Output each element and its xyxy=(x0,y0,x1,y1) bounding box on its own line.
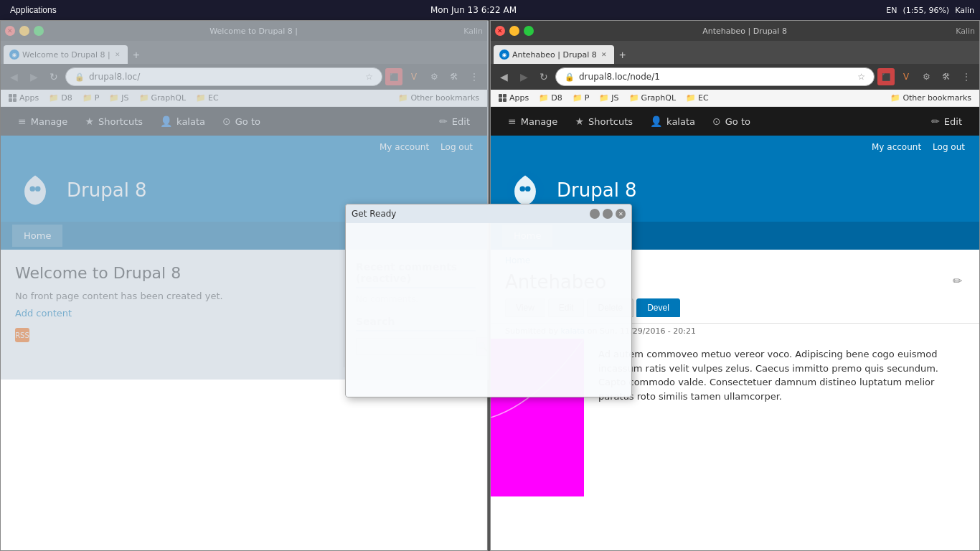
minimize-button-right[interactable] xyxy=(509,26,519,36)
keyboard-indicator: EN xyxy=(886,6,897,15)
window-title-right: Antehabeo | Drupal 8 xyxy=(538,27,951,36)
title-bar-right: ✕ Antehabeo | Drupal 8 Kalin xyxy=(491,21,979,41)
folder-icon-ec-right: 📁 xyxy=(686,93,696,103)
bookmark-ec-label-right: EC xyxy=(698,93,709,103)
new-tab-button-right[interactable]: + xyxy=(614,47,631,64)
modal-titlebar: Get Ready ✕ xyxy=(346,204,631,223)
edit-pencil-right[interactable]: ✏ xyxy=(950,271,965,291)
admin-manage-right[interactable]: ≡ Manage xyxy=(499,107,566,136)
bookmark-apps-label-right: Apps xyxy=(509,93,529,103)
back-button-right[interactable]: ◀ xyxy=(495,68,512,85)
modal-controls: ✕ xyxy=(590,209,626,219)
shortcuts-icon-right: ★ xyxy=(575,116,584,127)
folder-icon-graphql-right: 📁 xyxy=(629,93,639,103)
drupal-admin-bar-right: ≡ Manage ★ Shortcuts 👤 kalata ⊙ Go to ✏ … xyxy=(491,107,979,136)
datetime-label: Mon Jun 13 6:22 AM xyxy=(430,5,517,15)
taskbar: Applications Mon Jun 13 6:22 AM EN (1:55… xyxy=(0,0,980,20)
bookmark-other-label-right: Other bookmarks xyxy=(903,93,971,103)
folder-icon-p-right: 📁 xyxy=(573,93,583,103)
bookmark-apps-grid-right[interactable]: Apps xyxy=(495,92,532,104)
chart-sq-4 xyxy=(491,458,584,496)
forward-button-right[interactable]: ▶ xyxy=(515,68,532,85)
close-button-right[interactable]: ✕ xyxy=(495,26,505,36)
modal-close-button[interactable]: ✕ xyxy=(616,209,626,219)
settings-btn-right[interactable]: ⚙ xyxy=(918,68,935,85)
bookmark-graphql-label-right: GraphQL xyxy=(641,93,677,103)
modal-dialog: Get Ready ✕ xyxy=(345,204,632,397)
bookmarks-bar-right: Apps 📁 D8 📁 P 📁 JS 📁 GraphQL 📁 EC xyxy=(491,90,979,107)
admin-shortcuts-label-right: Shortcuts xyxy=(588,116,633,127)
user-icon-right: 👤 xyxy=(650,116,662,127)
bookmark-other-right[interactable]: 📁 Other bookmarks xyxy=(887,92,975,104)
tab-favicon-right: ◉ xyxy=(499,50,509,60)
folder-icon-d8-right: 📁 xyxy=(539,93,549,103)
bookmark-d8-label-right: D8 xyxy=(551,93,562,103)
modal-pin-button[interactable] xyxy=(590,209,600,219)
admin-user-label-right: kalata xyxy=(666,116,695,127)
browser-window-left: ✕ Welcome to Drupal 8 | Kalin ◉ Welcome … xyxy=(0,20,488,551)
more-btn-right[interactable]: ⋮ xyxy=(958,68,975,85)
window-user-right: Kalin xyxy=(956,27,975,36)
folder-icon-other-right: 📁 xyxy=(890,93,900,103)
goto-icon-right: ⊙ xyxy=(712,116,721,127)
my-account-link-right[interactable]: My account xyxy=(866,142,927,152)
bookmark-star-right[interactable]: ☆ xyxy=(857,72,865,82)
tab-drupal-right[interactable]: ◉ Antehabeo | Drupal 8 ✕ xyxy=(494,45,614,64)
address-input-right[interactable]: 🔒 drupal8.loc/node/1 ☆ xyxy=(555,67,875,86)
admin-shortcuts-right[interactable]: ★ Shortcuts xyxy=(566,107,641,136)
tab-bar-right: ◉ Antehabeo | Drupal 8 ✕ + xyxy=(491,41,979,64)
folder-icon-js-right: 📁 xyxy=(599,93,609,103)
admin-goto-right[interactable]: ⊙ Go to xyxy=(704,107,759,136)
bookmark-graphql-right[interactable]: 📁 GraphQL xyxy=(626,92,680,104)
lock-icon-right: 🔒 xyxy=(565,72,575,82)
tab-label-right: Antehabeo | Drupal 8 xyxy=(512,50,597,60)
svg-point-5 xyxy=(525,186,530,191)
extensions-btn-right[interactable]: ⬛ xyxy=(877,68,895,85)
bookmark-p-right[interactable]: 📁 P xyxy=(569,92,593,104)
vivaldi-btn-right[interactable]: V xyxy=(897,68,915,85)
admin-user-right[interactable]: 👤 kalata xyxy=(641,107,704,136)
tab-close-right[interactable]: ✕ xyxy=(600,50,608,59)
edit-icon-right: ✏ xyxy=(931,116,940,127)
maximize-button-right[interactable] xyxy=(524,26,534,36)
user-right-label: Kalin xyxy=(955,6,974,15)
admin-edit-right[interactable]: ✏ Edit xyxy=(923,107,971,136)
apps-grid-icon-right xyxy=(499,94,507,103)
drupal-secondary-nav-right: My account Log out xyxy=(491,136,979,159)
bookmark-p-label-right: P xyxy=(585,93,590,103)
svg-point-4 xyxy=(520,186,525,191)
taskbar-left: Applications xyxy=(6,4,61,17)
modal-minimize-button[interactable] xyxy=(603,209,613,219)
reload-button-right[interactable]: ↻ xyxy=(535,68,552,85)
desktop: ✕ Welcome to Drupal 8 | Kalin ◉ Welcome … xyxy=(0,20,980,551)
applications-menu-button[interactable]: Applications xyxy=(6,4,61,17)
address-bar-right: ◀ ▶ ↻ 🔒 drupal8.loc/node/1 ☆ ⬛ V ⚙ 🛠 ⋮ xyxy=(491,64,979,90)
admin-manage-label-right: Manage xyxy=(521,116,558,127)
node-body-text: Ad autem commoveo metuo vereor voco. Adi… xyxy=(584,339,979,550)
bookmark-js-right[interactable]: 📁 JS xyxy=(595,92,622,104)
site-name-right: Drupal 8 xyxy=(557,179,637,201)
tab-devel[interactable]: Devel xyxy=(636,298,680,317)
admin-edit-label-right: Edit xyxy=(944,116,962,127)
taskbar-right: EN (1:55, 96%) Kalin xyxy=(886,6,974,15)
bookmark-js-label-right: JS xyxy=(611,93,618,103)
modal-title-text: Get Ready xyxy=(352,209,396,219)
manage-icon-right: ≡ xyxy=(508,116,517,127)
battery-indicator: (1:55, 96%) xyxy=(903,6,949,15)
admin-goto-label-right: Go to xyxy=(725,116,750,127)
devtools-btn-right[interactable]: 🛠 xyxy=(938,68,955,85)
bookmark-ec-right[interactable]: 📁 EC xyxy=(682,92,712,104)
bookmark-d8-right[interactable]: 📁 D8 xyxy=(535,92,565,104)
modal-body xyxy=(346,223,631,397)
node-body-paragraph: Ad autem commoveo metuo vereor voco. Adi… xyxy=(598,347,965,403)
taskbar-clock: Mon Jun 13 6:22 AM xyxy=(430,5,517,15)
log-out-link-right[interactable]: Log out xyxy=(927,142,971,152)
url-text-right: drupal8.loc/node/1 xyxy=(579,72,853,82)
